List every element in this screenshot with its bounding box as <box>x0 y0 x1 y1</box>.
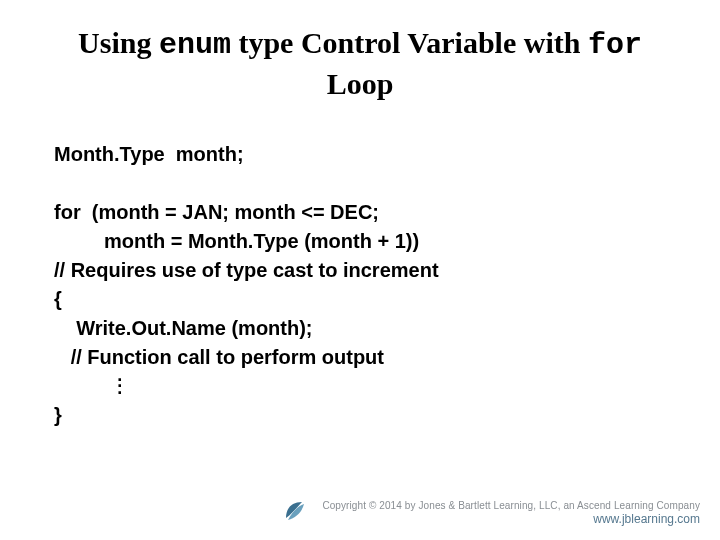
title-part-mid: type Control Variable with <box>231 26 588 59</box>
slide-title: Using enum type Control Variable with fo… <box>50 24 670 102</box>
code-line-8: // Function call to perform output <box>54 346 384 368</box>
vertical-ellipsis-icon: ... <box>115 372 122 391</box>
code-line-5: // Requires use of type cast to incremen… <box>54 259 439 281</box>
footer-url: www.jblearning.com <box>322 512 700 526</box>
code-line-4: month = Month.Type (month + 1)) <box>54 230 419 252</box>
jblearning-logo-icon <box>282 498 308 528</box>
title-part-pre: Using <box>78 26 159 59</box>
title-part-post: Loop <box>327 67 394 100</box>
code-line-6: { <box>54 288 62 310</box>
footer-copyright: Copyright © 2014 by Jones & Bartlett Lea… <box>322 500 700 511</box>
title-enum-keyword: enum <box>159 28 231 62</box>
slide: Using enum type Control Variable with fo… <box>0 0 720 540</box>
code-line-7: Write.Out.Name (month); <box>54 317 313 339</box>
code-line-3: for (month = JAN; month <= DEC; <box>54 201 379 223</box>
code-line-10: } <box>54 404 62 426</box>
code-block: Month.Type month; for (month = JAN; mont… <box>54 140 666 430</box>
code-line-1: Month.Type month; <box>54 143 244 165</box>
title-for-keyword: for <box>588 28 642 62</box>
code-line-9-prefix <box>54 375 115 397</box>
footer: Copyright © 2014 by Jones & Bartlett Lea… <box>282 498 700 528</box>
